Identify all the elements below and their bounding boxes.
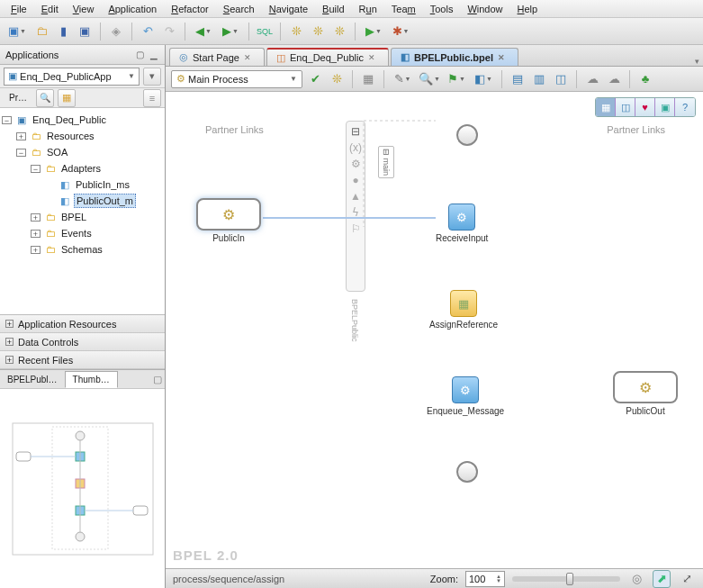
view-image-button[interactable]: ▣ [655,98,675,116]
zoom-to-button[interactable]: ⬈ [653,570,671,588]
menu-run[interactable]: Run [352,2,384,16]
partner-view-button[interactable]: ❊ [328,70,346,88]
adapter-icon: ◧ [58,195,72,207]
process-selector[interactable]: ⚙ Main Process ▼ [171,70,302,88]
debug-button[interactable]: ✱▼ [389,23,412,41]
spin-down-icon[interactable]: ▼ [496,579,501,583]
menu-search[interactable]: Search [216,2,262,16]
run-button[interactable]: ▶▼ [362,23,385,41]
acc-recent-files[interactable]: +Recent Files [0,351,165,369]
start-node[interactable] [456,124,478,146]
menu-application[interactable]: Application [101,2,164,16]
close-icon[interactable]: ✕ [368,53,379,62]
tab-bpelpublic[interactable]: ◧ BPELPublic.bpel ✕ [391,48,518,66]
save-all-button[interactable]: ▣ [76,23,94,41]
layout-c-button[interactable]: ◫ [552,70,570,88]
save-button[interactable]: ▮ [54,23,72,41]
view-help-button[interactable]: ? [675,98,695,116]
nav-forward-button[interactable]: ▶▼ [219,23,242,41]
zoom-fit-button[interactable]: ◎ [627,570,645,588]
shield-button[interactable]: ◈ [107,23,125,41]
project-tab-strip: Pr… 🔍 ▦ ≡ [0,88,165,108]
cloud-a-button[interactable]: ☁ [583,70,601,88]
svg-rect-9 [133,506,148,515]
close-icon[interactable]: ✕ [498,53,509,62]
tab-start-page[interactable]: ◎ Start Page ✕ [169,48,265,66]
comp3-button[interactable]: ❊ [330,23,348,41]
project-navigator[interactable]: −▣Enq_Deq_Public +🗀Resources −🗀SOA −🗀Ada… [0,108,165,314]
project-root[interactable]: Enq_Deq_Public [31,113,108,126]
tool-d-button[interactable]: ◧▼ [472,70,495,88]
project-config-button[interactable]: ≡ [143,89,161,107]
tree-events[interactable]: Events [59,227,94,240]
editor-menu-icon[interactable]: ▾ [695,57,699,66]
publicin-partner[interactable]: ⚙ [196,198,261,231]
cloud-b-button[interactable]: ☁ [605,70,623,88]
project-find-button[interactable]: 🔍 [36,89,54,107]
tool-c-button[interactable]: ⚑▼ [445,70,468,88]
comp2-button[interactable]: ❊ [309,23,327,41]
tool-a-button[interactable]: ✎▼ [391,70,414,88]
validate-button[interactable]: ✔ [306,70,324,88]
filter-button[interactable]: ▦ [359,70,377,88]
menu-team[interactable]: Team [384,2,423,16]
end-node[interactable] [456,461,478,483]
tab-enq-deq-public[interactable]: ◫ Enq_Deq_Public ✕ [266,48,389,66]
tree-adapters[interactable]: Adapters [59,162,103,175]
panel-restore-icon[interactable]: ▢ [150,374,165,385]
acc-data-controls[interactable]: +Data Controls [0,333,165,351]
menu-view[interactable]: View [66,2,102,16]
menu-edit[interactable]: Edit [34,2,66,16]
thumbnail-viewer[interactable] [0,389,165,588]
fullscreen-button[interactable]: ⤢ [678,570,696,588]
enqueue-message-node[interactable]: ⚙ [452,376,479,403]
menu-navigate[interactable]: Navigate [262,2,315,16]
view-monitor-button[interactable]: ◫ [616,98,635,116]
panel-restore-icon[interactable]: ▢ [134,50,145,60]
tab-bpelpubl[interactable]: BPELPubl… [0,372,65,387]
zoom-slider[interactable] [512,576,620,582]
slider-knob[interactable] [566,573,573,585]
tree-soa[interactable]: SOA [45,146,69,158]
layout-b-button[interactable]: ▥ [530,70,548,88]
tree-schemas[interactable]: Schemas [59,243,104,256]
project-filter-button[interactable]: ▦ [58,89,76,107]
nav-back-button[interactable]: ◀▼ [192,23,215,41]
scope-main-label[interactable]: ⊟ main [378,146,394,178]
receive-input-label: ReceiveInput [436,233,488,243]
comp1-button[interactable]: ❊ [287,23,305,41]
menu-refactor[interactable]: Refactor [164,2,216,16]
panel-minimize-icon[interactable]: ▁ [149,50,159,60]
db-tool-button[interactable]: SQL [256,23,274,41]
tab-thumbnail[interactable]: Thumb… [65,371,118,388]
tree-button[interactable]: ♣ [636,70,654,88]
layout-a-button[interactable]: ▤ [509,70,527,88]
acc-app-resources[interactable]: +Application Resources [0,315,165,333]
tree-resources[interactable]: Resources [45,130,96,142]
assign-reference-node[interactable]: ▦ [450,290,477,317]
menu-tools[interactable]: Tools [423,2,461,16]
open-button[interactable]: 🗀 [32,23,50,41]
menu-window[interactable]: Window [460,2,509,16]
new-button[interactable]: ▣▼ [5,23,29,41]
menu-file[interactable]: File [4,2,34,16]
projects-tab[interactable]: Pr… [4,91,32,104]
view-design-button[interactable]: ▦ [596,98,616,116]
receive-input-node[interactable]: ⚙ [448,204,475,231]
close-icon[interactable]: ✕ [244,53,255,62]
folder-icon: 🗀 [29,147,43,158]
menu-help[interactable]: Help [510,2,545,16]
redo-icon: ↷ [165,24,175,38]
tool-b-button[interactable]: 🔍▼ [418,70,441,88]
menu-build[interactable]: Build [315,2,351,16]
zoom-input[interactable]: 100 ▲▼ [465,571,505,587]
tree-bpel[interactable]: BPEL [59,211,88,223]
app-menu-button[interactable]: ▾ [143,68,161,86]
application-dropdown[interactable]: ▣ Enq_Deq_PublicApp ▼ [4,68,140,86]
view-test-button[interactable]: ♥ [635,98,655,116]
redo-button[interactable]: ↷ [160,23,178,41]
tree-publicout[interactable]: PublicOut_m [74,194,136,208]
tree-publicin[interactable]: PublicIn_ms [74,178,131,191]
publicout-partner[interactable]: ⚙ [613,371,678,403]
undo-button[interactable]: ↶ [139,23,157,41]
